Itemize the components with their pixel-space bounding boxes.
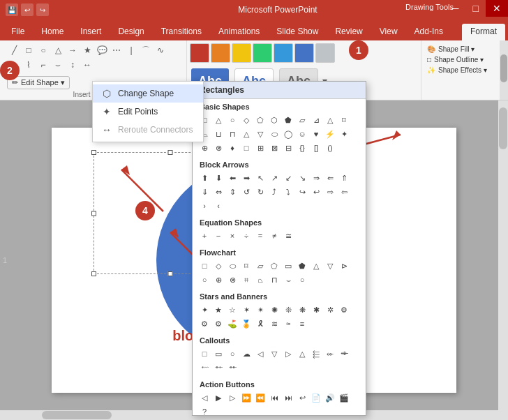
arr-d2[interactable]: ⇓ — [198, 186, 211, 198]
arr-l2[interactable]: ⇐ — [324, 172, 336, 184]
eq-plus[interactable]: + — [198, 230, 211, 242]
fc-cir2[interactable]: ⊕ — [212, 273, 225, 286]
freeform-shape[interactable]: ∿ — [154, 43, 167, 57]
arr-chevr[interactable]: › — [198, 200, 211, 212]
fill-button[interactable]: 🎨 Shape Fill ▾ — [424, 45, 502, 54]
banner1[interactable]: ⛳ — [226, 317, 239, 330]
color-swatch-blue[interactable] — [274, 43, 293, 63]
outline-button[interactable]: □ Shape Outline ▾ — [424, 55, 502, 64]
eq-div[interactable]: ÷ — [240, 230, 253, 242]
fc-proc[interactable]: □ — [198, 260, 211, 272]
rect-shape[interactable]: □ — [22, 43, 36, 57]
star-5pt[interactable]: ★ — [212, 303, 225, 316]
ab-play[interactable]: ▶ — [212, 391, 225, 404]
tab-addins[interactable]: Add-Ins — [406, 24, 451, 40]
eq-equals[interactable]: = — [254, 230, 267, 242]
shape-tri[interactable]: △ — [324, 114, 336, 126]
color-swatch-orange[interactable] — [211, 43, 230, 63]
arr-up[interactable]: ⬆ — [198, 172, 211, 184]
tab-design[interactable]: Design — [110, 24, 152, 40]
arrow-shape[interactable]: → — [66, 43, 80, 57]
shape-star4[interactable]: ✦ — [338, 128, 350, 140]
callout-shape[interactable]: 💬 — [95, 43, 109, 57]
fc-cass[interactable]: ⌗ — [240, 273, 253, 286]
curve-conn[interactable]: ⌣ — [51, 58, 65, 72]
shape-bracket[interactable]: [] — [310, 142, 322, 154]
maximize-btn[interactable]: □ — [466, 0, 486, 17]
arr-bend[interactable]: ↪ — [296, 186, 308, 198]
shape-para[interactable]: ▱ — [296, 114, 308, 126]
close-btn[interactable]: ✕ — [486, 0, 508, 17]
arr-r2[interactable]: ⇒ — [310, 172, 322, 184]
shape-pent[interactable]: ⬠ — [254, 114, 267, 126]
save-btn[interactable]: 💾 — [6, 3, 18, 16]
line-shape[interactable]: ╱ — [7, 43, 21, 57]
handle-bl[interactable] — [91, 271, 96, 276]
tab-format[interactable]: Format — [462, 24, 505, 40]
tab-review[interactable]: Review — [327, 24, 371, 40]
shape-tri3[interactable]: △ — [240, 128, 253, 140]
tab-file[interactable]: File — [3, 24, 33, 40]
fc-del[interactable]: ▽ — [324, 260, 336, 272]
eq-times[interactable]: × — [226, 230, 239, 242]
fc-man[interactable]: ▱ — [254, 260, 267, 272]
shape-doc[interactable]: ⌑ — [338, 114, 350, 126]
arr-ud[interactable]: ⇕ — [226, 186, 239, 198]
call-oval[interactable]: ○ — [226, 347, 239, 360]
call-lt[interactable]: ◁ — [254, 347, 267, 360]
shape-dtri[interactable]: ▽ — [254, 128, 267, 140]
handle-ml[interactable] — [91, 211, 96, 216]
call-rrect[interactable]: ▭ — [212, 347, 225, 360]
star-5o[interactable]: ☆ — [226, 303, 239, 316]
dropdown-edit-points[interactable]: ✦ Edit Points — [93, 103, 203, 121]
call-rect[interactable]: □ — [198, 347, 211, 360]
scrollbar-thumb[interactable] — [500, 54, 507, 82]
shape-pi[interactable]: ⊓ — [226, 128, 239, 140]
tab-view[interactable]: View — [371, 24, 406, 40]
ab-end[interactable]: ⏭ — [282, 391, 294, 404]
call-up[interactable]: △ — [296, 347, 308, 360]
color-swatch-gray[interactable] — [315, 43, 335, 63]
fc-or[interactable]: ⊗ — [226, 273, 239, 286]
shape-circ2[interactable]: ◯ — [282, 128, 294, 140]
eq-notequal[interactable]: ≠ — [268, 230, 281, 242]
shape-dia2[interactable]: ♦ — [226, 142, 239, 154]
shape-light[interactable]: ⚡ — [324, 128, 336, 140]
shape-hex[interactable]: ⬡ — [268, 114, 281, 126]
shape-heart[interactable]: ♥ — [310, 128, 322, 140]
tab-slideshow[interactable]: Slide Show — [268, 24, 327, 40]
shape-brace[interactable]: {} — [296, 142, 308, 154]
shape-diamond[interactable]: ◇ — [240, 114, 253, 126]
conn-shape[interactable]: ⌇ — [22, 58, 36, 72]
ab-next[interactable]: ▷ — [226, 391, 239, 404]
shape-minsq[interactable]: ⊟ — [282, 142, 294, 154]
arr-chevl[interactable]: ‹ — [212, 200, 225, 212]
arr-strip[interactable]: ⤵ — [282, 186, 294, 198]
elbow-shape[interactable]: ⌐ — [36, 58, 50, 72]
title-bar-controls[interactable]: 💾 ↩ ↪ — [6, 3, 49, 16]
call-5[interactable]: ⬴ — [212, 361, 225, 374]
tab-home[interactable]: Home — [33, 24, 72, 40]
fc-doc[interactable]: ⌑ — [240, 260, 253, 272]
canvas-scroll-thumb-h[interactable] — [42, 411, 112, 419]
eq-minus[interactable]: − — [212, 230, 225, 242]
star-8pt[interactable]: ✴ — [254, 303, 267, 316]
fc-stored[interactable]: ⏢ — [254, 273, 267, 286]
fc-alt[interactable]: ◇ — [212, 260, 225, 272]
shape-gridsq[interactable]: ⊞ — [254, 142, 267, 154]
shape-face[interactable]: ☺ — [296, 128, 308, 140]
fc-data[interactable]: ▭ — [282, 260, 294, 272]
circle-shape[interactable]: ○ — [36, 43, 50, 57]
color-swatch-navy[interactable] — [294, 43, 314, 63]
arr-lr[interactable]: ⇔ — [212, 186, 225, 198]
shape-cross[interactable]: ⊕ — [198, 142, 211, 154]
arr-curv[interactable]: ⤴ — [268, 186, 281, 198]
ab-snd[interactable]: 🔊 — [324, 391, 336, 404]
arr-blk-r[interactable]: ⇨ — [324, 186, 336, 198]
ab-help[interactable]: ? — [198, 405, 211, 416]
arr-rotl[interactable]: ↻ — [254, 186, 267, 198]
ab-doc[interactable]: 📄 — [310, 391, 322, 404]
fc-term[interactable]: ⬭ — [226, 260, 239, 272]
redo-btn[interactable]: ↪ — [36, 3, 49, 16]
minimize-btn[interactable]: ─ — [445, 0, 466, 17]
